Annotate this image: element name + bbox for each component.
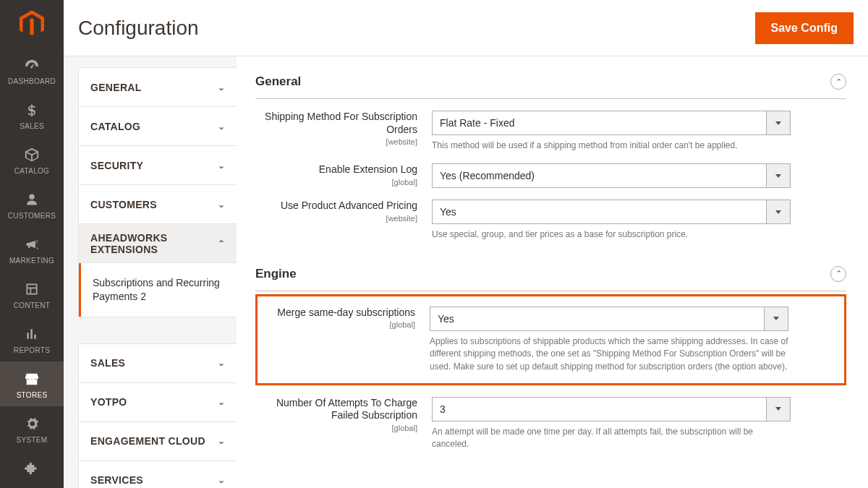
section-general: General ⌃ Shipping Method For Subscripti… (255, 69, 846, 241)
field-advanced-pricing: Use Product Advanced Pricing [website] Y… (255, 188, 846, 241)
section-head-general[interactable]: General ⌃ (255, 69, 846, 99)
field-merge-same-day: Merge same-day subscriptions [global] Ye… (265, 304, 837, 373)
sidebar-item-general[interactable]: GENERAL⌄ (79, 68, 237, 107)
field-shipping-method: Shipping Method For Subscription Orders … (255, 99, 846, 152)
field-note: Use special, group, and tier prices as a… (432, 228, 791, 241)
dollar-icon (3, 100, 61, 119)
magento-logo (0, 0, 64, 48)
chevron-down-icon: ⌄ (218, 200, 225, 210)
nav-catalog[interactable]: CATALOG (0, 137, 64, 182)
chevron-down-icon: ⌄ (218, 358, 225, 368)
megaphone-icon (3, 235, 61, 254)
config-sidebar: GENERAL⌄ CATALOG⌄ SECURITY⌄ CUSTOMERS⌄ A… (64, 56, 237, 488)
config-content: General ⌃ Shipping Method For Subscripti… (237, 56, 868, 488)
nav-marketing[interactable]: MARKETING (0, 227, 64, 272)
box-icon (3, 145, 61, 164)
page-title: Configuration (78, 17, 755, 40)
section-title: Engine (255, 267, 297, 281)
field-enable-log: Enable Extension Log [global] Yes (Recom… (255, 152, 846, 188)
sidebar-item-catalog[interactable]: CATALOG⌄ (79, 107, 237, 146)
sidebar-item-yotpo[interactable]: YOTPO⌄ (79, 383, 237, 422)
save-config-button[interactable]: Save Config (755, 12, 854, 44)
sidebar-sub-item-subscriptions[interactable]: Subscriptions and Recurring Payments 2 (79, 263, 237, 317)
page-body: GENERAL⌄ CATALOG⌄ SECURITY⌄ CUSTOMERS⌄ A… (64, 56, 868, 488)
sidebar-item-aheadworks[interactable]: AHEADWORKS EXTENSIONS⌃ (79, 224, 237, 263)
chevron-down-icon: ⌄ (218, 121, 225, 132)
section-title: General (255, 74, 301, 89)
merge-select[interactable]: Yes (430, 307, 788, 331)
field-attempts: Number Of Attempts To Charge Failed Subs… (255, 385, 846, 451)
nav-system[interactable]: SYSTEM (0, 406, 64, 451)
attempts-select[interactable]: 3 (432, 397, 791, 421)
person-icon (3, 190, 61, 209)
field-note: Applies to subscriptions of shippable pr… (430, 335, 788, 373)
layout-icon (3, 280, 61, 299)
puzzle-icon (3, 459, 61, 478)
section-engine: Engine ⌃ Merge same-day subscriptions [g… (255, 262, 846, 451)
enable-log-select[interactable]: Yes (Recommended) (432, 163, 791, 188)
sidebar-item-customers[interactable]: CUSTOMERS⌄ (79, 185, 237, 224)
chevron-down-icon: ⌄ (218, 82, 225, 93)
chevron-down-icon: ⌄ (218, 160, 225, 171)
nav-stores[interactable]: STORES (0, 361, 64, 406)
gear-icon (3, 414, 61, 433)
collapse-icon[interactable]: ⌃ (830, 266, 846, 282)
admin-nav-rail: DASHBOARD SALES CATALOG CUSTOMERS MARKET… (0, 0, 64, 488)
sidebar-item-engagement-cloud[interactable]: ENGAGEMENT CLOUD⌄ (79, 422, 237, 461)
chevron-up-icon: ⌃ (218, 239, 225, 249)
main-area: Configuration Save Config GENERAL⌄ CATAL… (64, 0, 868, 488)
nav-partners[interactable] (0, 451, 64, 488)
field-note: An attempt will be made one time per day… (432, 426, 791, 451)
field-note: This method will be used if a shipping m… (432, 140, 791, 152)
sidebar-group-bottom: SALES⌄ YOTPO⌄ ENGAGEMENT CLOUD⌄ SERVICES… (78, 343, 237, 488)
nav-sales[interactable]: SALES (0, 93, 64, 137)
sidebar-item-services[interactable]: SERVICES⌄ (79, 461, 237, 488)
nav-customers[interactable]: CUSTOMERS (0, 182, 64, 227)
sidebar-item-sales[interactable]: SALES⌄ (79, 344, 237, 383)
sidebar-group-top: GENERAL⌄ CATALOG⌄ SECURITY⌄ CUSTOMERS⌄ A… (78, 67, 237, 317)
collapse-icon[interactable]: ⌃ (830, 74, 846, 90)
bar-chart-icon (3, 325, 61, 343)
nav-dashboard[interactable]: DASHBOARD (0, 48, 64, 93)
store-icon (3, 369, 61, 388)
chevron-down-icon: ⌄ (218, 436, 225, 446)
nav-content[interactable]: CONTENT (0, 272, 64, 317)
section-head-engine[interactable]: Engine ⌃ (255, 262, 846, 291)
nav-reports[interactable]: REPORTS (0, 317, 64, 361)
chevron-down-icon: ⌄ (218, 475, 225, 485)
advanced-pricing-select[interactable]: Yes (432, 200, 791, 224)
chevron-down-icon: ⌄ (218, 397, 225, 407)
highlighted-field-merge: Merge same-day subscriptions [global] Ye… (255, 294, 846, 385)
sidebar-sub-group: Subscriptions and Recurring Payments 2 (79, 263, 237, 317)
page-header: Configuration Save Config (64, 0, 868, 56)
gauge-icon (3, 56, 61, 74)
shipping-method-select[interactable]: Flat Rate - Fixed (432, 111, 791, 135)
sidebar-item-security[interactable]: SECURITY⌄ (79, 146, 237, 185)
